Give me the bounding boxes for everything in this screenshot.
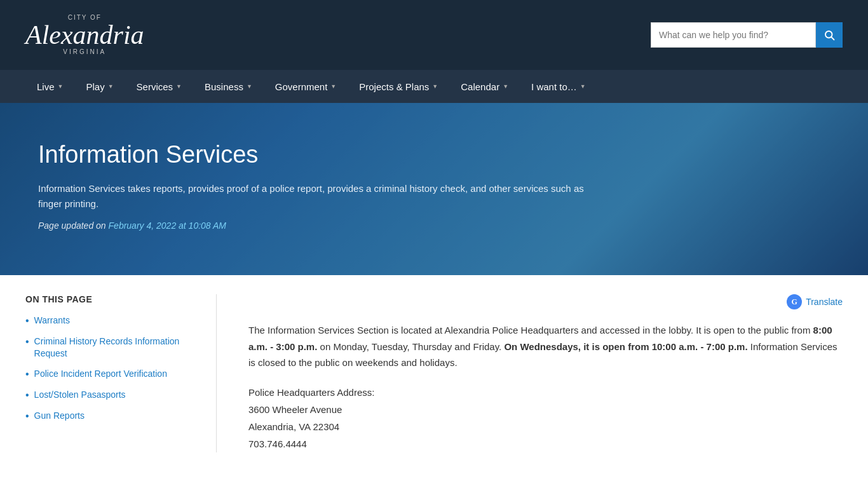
on-this-page-title: ON THIS PAGE [25, 294, 191, 304]
nav-arrow-business: ▼ [247, 83, 252, 90]
address-block: Police Headquarters Address: 3600 Wheele… [248, 384, 843, 452]
list-item: Police Incident Report Verification [25, 368, 191, 381]
nav-arrow-projects: ▼ [432, 83, 438, 90]
nav-arrow-government: ▼ [330, 83, 336, 90]
sidebar-link-criminal-history[interactable]: Criminal History Records Information Req… [34, 336, 191, 360]
hero-content: Information Services Information Service… [38, 141, 830, 231]
logo: CITY OF Alexandria VIRGINIA [25, 14, 144, 56]
translate-label: Translate [806, 297, 843, 307]
translate-icon: G [787, 294, 802, 309]
nav-label-services: Services [137, 81, 173, 92]
nav-item-iwantto[interactable]: I want to… ▼ [520, 70, 597, 103]
nav-label-calendar: Calendar [461, 81, 499, 92]
list-item: Warrants [25, 315, 191, 328]
svg-line-1 [831, 37, 834, 39]
list-item: Criminal History Records Information Req… [25, 336, 191, 360]
content-bold-hours-wednesday: On Wednesdays, it is open from 10:00 a.m… [504, 341, 747, 352]
hero-description: Information Services takes reports, prov… [38, 181, 610, 212]
nav-arrow-iwantto: ▼ [580, 83, 586, 90]
nav-item-projects[interactable]: Projects & Plans ▼ [348, 70, 449, 103]
nav-label-projects: Projects & Plans [359, 81, 429, 92]
search-button[interactable] [816, 22, 843, 48]
nav-arrow-services: ▼ [176, 83, 182, 90]
content-paragraph-1: The Information Services Section is loca… [248, 322, 843, 371]
content-text-pre: The Information Services Section is loca… [248, 325, 813, 336]
nav-item-play[interactable]: Play ▼ [74, 70, 125, 103]
sidebar: ON THIS PAGE Warrants Criminal History R… [25, 294, 216, 452]
hero-updated-label: Page updated on [38, 220, 106, 231]
main-nav: Live ▼ Play ▼ Services ▼ Business ▼ Gove… [0, 70, 868, 103]
nav-item-services[interactable]: Services ▼ [125, 70, 193, 103]
site-header: CITY OF Alexandria VIRGINIA [0, 0, 868, 70]
nav-label-business: Business [205, 81, 243, 92]
content-text-mid: on Monday, Tuesday, Thursday and Friday. [317, 341, 504, 352]
address-line2: Alexandria, VA 22304 [248, 418, 843, 435]
sidebar-links: Warrants Criminal History Records Inform… [25, 315, 191, 423]
nav-item-calendar[interactable]: Calendar ▼ [449, 70, 520, 103]
nav-label-iwantto: I want to… [531, 81, 577, 92]
logo-name: Alexandria [25, 22, 144, 48]
main-content: ON THIS PAGE Warrants Criminal History R… [0, 275, 868, 471]
nav-item-live[interactable]: Live ▼ [25, 70, 74, 103]
nav-label-play: Play [86, 81, 104, 92]
hero-updated: Page updated on February 4, 2022 at 10:0… [38, 220, 830, 231]
content-area: G Translate The Information Services Sec… [217, 294, 843, 452]
address-phone: 703.746.4444 [248, 435, 843, 452]
nav-item-business[interactable]: Business ▼ [193, 70, 264, 103]
page-title: Information Services [38, 141, 830, 168]
translate-bar: G Translate [248, 294, 843, 309]
address-line1: 3600 Wheeler Avenue [248, 401, 843, 418]
list-item: Lost/Stolen Pasasports [25, 389, 191, 402]
hero-updated-date: February 4, 2022 at 10:08 AM [109, 220, 226, 231]
nav-item-government[interactable]: Government ▼ [264, 70, 348, 103]
address-title: Police Headquarters Address: [248, 384, 843, 401]
list-item: Gun Reports [25, 410, 191, 423]
nav-arrow-play: ▼ [108, 83, 114, 90]
nav-arrow-live: ▼ [58, 83, 64, 90]
search-icon [824, 29, 835, 41]
sidebar-link-warrants[interactable]: Warrants [34, 315, 70, 327]
sidebar-link-gun-reports[interactable]: Gun Reports [34, 410, 85, 423]
nav-label-live: Live [37, 81, 55, 92]
search-input[interactable] [651, 22, 816, 48]
search-area [651, 22, 843, 48]
translate-button[interactable]: G Translate [787, 294, 843, 309]
nav-arrow-calendar: ▼ [503, 83, 508, 90]
sidebar-link-passports[interactable]: Lost/Stolen Pasasports [34, 389, 126, 402]
nav-label-government: Government [275, 81, 328, 92]
sidebar-link-incident-report[interactable]: Police Incident Report Verification [34, 368, 167, 381]
hero-banner: Information Services Information Service… [0, 103, 868, 275]
